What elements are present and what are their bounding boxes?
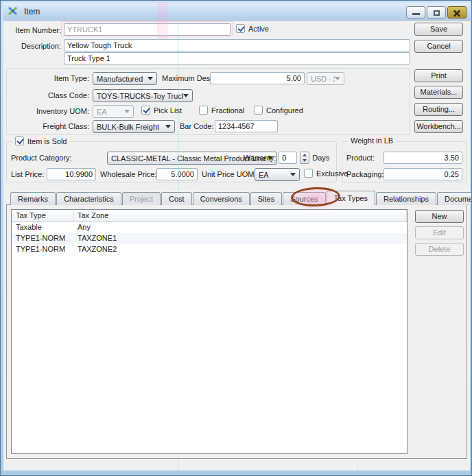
delete-button: Delete	[415, 243, 464, 256]
weight-product-label: Product:	[346, 154, 375, 162]
class-code-label: Class Code:	[11, 91, 89, 99]
weight-product-input[interactable]: 3.50	[384, 152, 462, 164]
chevron-down-icon	[165, 125, 171, 128]
freight-class-label: Freight Class:	[11, 122, 89, 130]
tax-types-table: Tax Type Tax Zone Taxable Any TYPE1-NORM…	[11, 209, 408, 454]
description-input-1[interactable]: Yellow Tough Truck	[64, 39, 410, 51]
wholesale-price-input[interactable]: 5.0000	[156, 168, 198, 180]
spinner-up-icon	[300, 152, 309, 158]
warranty-label: Warranty:	[244, 154, 276, 162]
chevron-down-icon	[124, 110, 130, 113]
routing-button[interactable]: Routing...	[414, 103, 463, 116]
unit-price-uom-select[interactable]: EA	[255, 168, 300, 181]
print-button[interactable]: Print	[414, 69, 463, 82]
tab-documents[interactable]: Documents	[437, 192, 472, 205]
table-row[interactable]: TYPE1-NORM TAXZONE1	[12, 233, 407, 244]
table-row[interactable]: TYPE1-NORM TAXZONE2	[12, 244, 407, 255]
inventory-uom-select[interactable]: EA	[93, 105, 134, 118]
list-price-label: List Price:	[11, 170, 44, 178]
fractional-row: Fractional	[199, 106, 244, 115]
tab-bar: Remarks Characteristics Project Cost Con…	[10, 191, 472, 205]
close-button[interactable]	[447, 6, 467, 19]
weight-packaging-label: Packaging:	[346, 170, 384, 178]
configured-label: Configured	[266, 106, 303, 115]
warranty-days-label: Days	[312, 154, 329, 162]
fractional-label: Fractional	[211, 106, 244, 115]
tab-project: Project	[122, 192, 161, 205]
pick-list-label: Pick List	[154, 106, 182, 115]
item-type-label: Item Type:	[11, 74, 89, 82]
item-type-select[interactable]: Manufactured	[93, 72, 157, 85]
tab-relationships[interactable]: Relationships	[376, 192, 436, 205]
description-input-2[interactable]: Truck Type 1	[64, 52, 410, 64]
warranty-row: Warranty: 0 Days	[244, 152, 329, 164]
table-header: Tax Type Tax Zone	[12, 210, 407, 222]
weight-group: Weight in LB Product: 3.50 Packaging: 0.…	[342, 141, 467, 182]
currency-select[interactable]: USD - $	[307, 72, 344, 85]
app-logo-icon	[8, 6, 19, 16]
pick-list-row: Pick List	[141, 106, 182, 115]
inventory-uom-label: Inventory UOM:	[11, 107, 89, 115]
configured-checkbox[interactable]	[254, 106, 263, 115]
maximize-button[interactable]	[427, 6, 446, 19]
class-code-select[interactable]: TOYS-TRUCKS-Toy Trucks	[93, 89, 193, 102]
workbench-button[interactable]: Workbench...	[414, 120, 463, 133]
window-title: Item	[24, 7, 40, 16]
freight-class-select[interactable]: BULK-Bulk Freight	[93, 120, 175, 133]
warranty-input[interactable]: 0	[279, 152, 297, 164]
edit-button: Edit	[415, 226, 464, 239]
warranty-spinner[interactable]	[300, 152, 309, 164]
chevron-down-icon	[148, 77, 153, 80]
active-label: Active	[248, 25, 269, 33]
chevron-down-icon	[335, 77, 340, 80]
item-is-sold-label: Item is Sold	[27, 137, 67, 145]
tab-sites[interactable]: Sites	[250, 192, 282, 205]
item-is-sold-title: Item is Sold	[12, 136, 69, 145]
tab-conversions[interactable]: Conversions	[193, 192, 250, 205]
item-is-sold-checkbox[interactable]	[15, 136, 24, 145]
bar-code-label: Bar Code:	[180, 122, 214, 130]
configured-row: Configured	[254, 106, 303, 115]
unit-price-uom-label: Unit Price UOM:	[202, 170, 256, 178]
tab-tax-types[interactable]: Tax Types	[327, 191, 375, 205]
tax-types-panel: Tax Type Tax Zone Taxable Any TYPE1-NORM…	[6, 204, 467, 459]
pick-list-checkbox[interactable]	[141, 106, 150, 115]
weight-group-label: Weight in LB	[348, 136, 396, 145]
bar-code-input[interactable]: 1234-4567	[215, 120, 278, 132]
save-button[interactable]: Save	[414, 23, 463, 36]
fractional-checkbox[interactable]	[199, 106, 208, 115]
tab-cost[interactable]: Cost	[161, 192, 192, 205]
tab-remarks[interactable]: Remarks	[10, 192, 56, 205]
tab-sources[interactable]: Sources	[283, 192, 325, 205]
item-number-label: Item Number:	[8, 26, 61, 34]
cancel-button[interactable]: Cancel	[414, 40, 463, 53]
item-is-sold-group: Item is Sold Product Category: CLASSIC-M…	[6, 141, 337, 182]
column-header-tax-zone[interactable]: Tax Zone	[73, 210, 407, 222]
wholesale-price-label: Wholesale Price:	[100, 170, 157, 178]
exclusive-checkbox[interactable]	[304, 169, 313, 178]
max-desired-cost-input[interactable]: 5.00	[210, 72, 305, 84]
active-checkbox[interactable]	[236, 24, 245, 33]
list-price-input[interactable]: 10.9900	[47, 168, 96, 180]
description-label: Description:	[8, 42, 61, 50]
item-number-input[interactable]: YTRUCK1	[64, 23, 231, 36]
item-window: Item Item Number: YTRUCK1 Active Descrip…	[0, 0, 472, 476]
column-header-tax-type[interactable]: Tax Type	[12, 210, 73, 222]
active-checkbox-row: Active	[236, 24, 269, 33]
minimize-button[interactable]	[406, 6, 425, 19]
title-bar[interactable]: Item	[3, 3, 470, 20]
weight-packaging-input[interactable]: 0.25	[384, 168, 462, 180]
spinner-down-icon	[300, 158, 309, 163]
chevron-down-icon	[183, 94, 189, 97]
product-category-label: Product Category:	[11, 154, 72, 162]
new-button[interactable]: New	[415, 210, 464, 223]
table-row[interactable]: Taxable Any	[12, 222, 407, 233]
chevron-down-icon	[290, 173, 296, 176]
tab-characteristics[interactable]: Characteristics	[56, 192, 121, 205]
materials-button[interactable]: Materials...	[414, 86, 463, 99]
item-attributes-group: Item Type: Manufactured Maximum Desired …	[6, 68, 410, 135]
